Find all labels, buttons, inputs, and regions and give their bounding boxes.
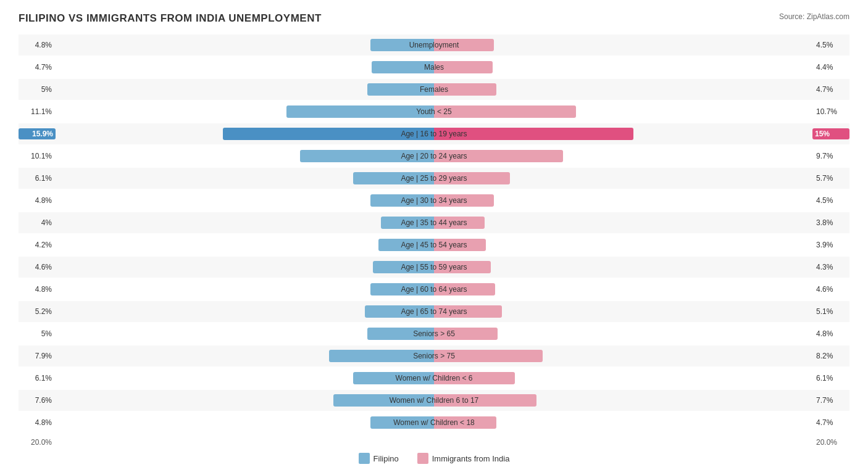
right-value: 4.5% bbox=[812, 41, 849, 49]
bars-area: Women w/ Children < 6 bbox=[56, 368, 812, 389]
bar-label: Age | 20 to 24 years bbox=[401, 152, 467, 160]
bar-right-wrap bbox=[434, 194, 812, 207]
left-value: 5% bbox=[19, 329, 56, 338]
bar-left-wrap bbox=[56, 150, 434, 162]
bar-label: Women w/ Children < 18 bbox=[393, 418, 475, 427]
chart-row: 5%Seniors > 654.8% bbox=[19, 323, 849, 344]
bar-left bbox=[286, 105, 434, 118]
left-value: 6.1% bbox=[19, 174, 56, 183]
right-value: 10.7% bbox=[812, 107, 849, 116]
chart-row: 4.7%Males4.4% bbox=[19, 57, 849, 78]
bar-label: Youth < 25 bbox=[416, 107, 451, 116]
right-value: 4.7% bbox=[812, 85, 849, 94]
right-value: 3.9% bbox=[812, 241, 849, 249]
left-value: 7.6% bbox=[19, 396, 56, 405]
left-value: 5.2% bbox=[19, 307, 56, 316]
right-value: 7.7% bbox=[812, 396, 849, 405]
axis-row: 20.0% 20.0% bbox=[19, 438, 849, 447]
chart-row: 6.1%Women w/ Children < 66.1% bbox=[19, 368, 849, 389]
left-value: 15.9% bbox=[19, 128, 56, 139]
left-value: 10.1% bbox=[19, 152, 56, 160]
bars-area: Age | 60 to 64 years bbox=[56, 279, 812, 300]
bar-left-wrap bbox=[56, 416, 434, 429]
right-value: 15% bbox=[812, 128, 849, 139]
chart-row: 5%Females4.7% bbox=[19, 79, 849, 100]
bar-left-wrap bbox=[56, 328, 434, 340]
bar-left-wrap bbox=[56, 394, 434, 407]
bar-left-wrap bbox=[56, 372, 434, 384]
bar-left-wrap bbox=[56, 172, 434, 184]
bar-label: Age | 55 to 59 years bbox=[401, 263, 467, 271]
left-value: 4.8% bbox=[19, 196, 56, 205]
bar-right-wrap bbox=[434, 416, 812, 429]
bar-left-wrap bbox=[56, 350, 434, 362]
chart-row: 4.6%Age | 55 to 59 years4.3% bbox=[19, 257, 849, 278]
chart-row: 4.8%Age | 60 to 64 years4.6% bbox=[19, 279, 849, 300]
bars-area: Women w/ Children 6 to 17 bbox=[56, 390, 812, 411]
left-value: 4.2% bbox=[19, 241, 56, 249]
bars-area: Age | 16 to 19 years bbox=[56, 123, 812, 144]
bar-left-wrap bbox=[56, 105, 434, 118]
bar-label: Age | 16 to 19 years bbox=[401, 130, 467, 138]
bar-label: Seniors > 75 bbox=[413, 352, 455, 360]
legend-color-immigrants bbox=[417, 453, 428, 464]
chart-row: 5.2%Age | 65 to 74 years5.1% bbox=[19, 301, 849, 322]
chart-container: FILIPINO VS IMMIGRANTS FROM INDIA UNEMPL… bbox=[0, 0, 868, 467]
right-value: 8.2% bbox=[812, 352, 849, 360]
bar-right-wrap bbox=[434, 150, 812, 162]
bars-area: Age | 45 to 54 years bbox=[56, 234, 812, 255]
legend-item-immigrants: Immigrants from India bbox=[417, 453, 510, 464]
bar-label: Unemployment bbox=[409, 41, 459, 49]
bar-right-wrap bbox=[434, 394, 812, 407]
bars-area: Unemployment bbox=[56, 35, 812, 56]
bars-area: Females bbox=[56, 79, 812, 100]
bar-right bbox=[434, 105, 576, 118]
bar-right-wrap bbox=[434, 172, 812, 184]
bar-left-wrap bbox=[56, 128, 434, 140]
legend: Filipino Immigrants from India bbox=[19, 453, 849, 464]
legend-item-filipino: Filipino bbox=[359, 453, 399, 464]
chart-row: 4%Age | 35 to 44 years3.8% bbox=[19, 212, 849, 233]
right-value: 9.7% bbox=[812, 152, 849, 160]
chart-row: 4.2%Age | 45 to 54 years3.9% bbox=[19, 234, 849, 255]
axis-left-label: 20.0% bbox=[19, 438, 56, 447]
bars-area: Age | 35 to 44 years bbox=[56, 212, 812, 233]
chart-row: 4.8%Women w/ Children < 184.7% bbox=[19, 412, 849, 433]
bar-label: Females bbox=[420, 85, 448, 94]
chart-row: 11.1%Youth < 2510.7% bbox=[19, 101, 849, 122]
bars-area: Age | 25 to 29 years bbox=[56, 168, 812, 189]
bar-left-wrap bbox=[56, 61, 434, 73]
bar-right-wrap bbox=[434, 39, 812, 51]
bar-right-wrap bbox=[434, 61, 812, 73]
legend-color-filipino bbox=[359, 453, 370, 464]
bars-area: Seniors > 75 bbox=[56, 345, 812, 366]
chart-row: 6.1%Age | 25 to 29 years5.7% bbox=[19, 168, 849, 189]
bars-area: Age | 30 to 34 years bbox=[56, 190, 812, 211]
right-value: 3.8% bbox=[812, 218, 849, 227]
bar-label: Age | 60 to 64 years bbox=[401, 285, 467, 294]
bars-area: Seniors > 65 bbox=[56, 323, 812, 344]
bar-left-wrap bbox=[56, 239, 434, 251]
bar-label: Age | 30 to 34 years bbox=[401, 196, 467, 205]
bars-area: Youth < 25 bbox=[56, 101, 812, 122]
bar-right-wrap bbox=[434, 83, 812, 96]
bar-label: Seniors > 65 bbox=[413, 329, 455, 338]
bar-left-wrap bbox=[56, 305, 434, 318]
legend-label-immigrants: Immigrants from India bbox=[432, 454, 510, 463]
bar-label: Women w/ Children < 6 bbox=[396, 374, 473, 382]
left-value: 5% bbox=[19, 85, 56, 94]
bar-right-wrap bbox=[434, 350, 812, 362]
left-value: 4.8% bbox=[19, 285, 56, 294]
bar-label: Age | 65 to 74 years bbox=[401, 307, 467, 316]
left-value: 4.8% bbox=[19, 418, 56, 427]
chart-row: 4.8%Unemployment4.5% bbox=[19, 35, 849, 56]
left-value: 4% bbox=[19, 218, 56, 227]
bar-left-wrap bbox=[56, 83, 434, 96]
bar-label: Age | 35 to 44 years bbox=[401, 218, 467, 227]
left-value: 4.7% bbox=[19, 63, 56, 72]
chart-row: 7.9%Seniors > 758.2% bbox=[19, 345, 849, 366]
left-value: 7.9% bbox=[19, 352, 56, 360]
bars-area: Males bbox=[56, 57, 812, 78]
chart-title: FILIPINO VS IMMIGRANTS FROM INDIA UNEMPL… bbox=[19, 12, 322, 25]
chart-row: 7.6%Women w/ Children 6 to 177.7% bbox=[19, 390, 849, 411]
